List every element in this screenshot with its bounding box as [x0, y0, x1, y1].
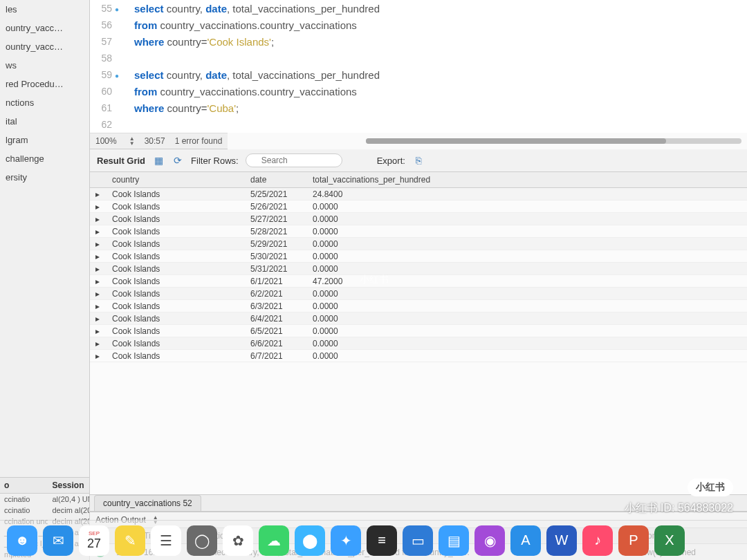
sidebar-item[interactable]: nctions — [0, 93, 89, 112]
watermark-id: 小红书 ID: 564883022 — [625, 501, 733, 516]
watermark-badge: 小红书 — [688, 478, 733, 496]
editor-horizontal-scrollbar[interactable] — [366, 138, 741, 144]
schema-header: o Session — [0, 477, 89, 494]
refresh-icon[interactable]: ⟳ — [172, 154, 184, 167]
watermark-center: 小红书 — [360, 274, 389, 286]
export-label: Export: — [377, 156, 405, 166]
sidebar-item[interactable]: ountry_vacc… — [0, 19, 89, 37]
code-line[interactable]: 59●select country, date, total_vaccinati… — [90, 66, 747, 83]
error-count: 1 error found — [175, 136, 223, 146]
code-line[interactable]: 61where country='Cuba'; — [90, 100, 747, 116]
sidebar: lesountry_vacc…ountry_vacc…wsred Procedu… — [0, 0, 90, 560]
dock-safari-icon[interactable]: ✦ — [331, 525, 361, 556]
sql-editor[interactable]: 55●select country, date, total_vaccinati… — [90, 0, 747, 133]
col-header-total-vaccinations[interactable]: total_vaccinations_per_hundred — [307, 172, 459, 187]
dock-word-icon[interactable]: W — [546, 525, 577, 556]
code-line[interactable]: 58 — [90, 50, 747, 66]
schema-header-col2: Session — [48, 478, 89, 493]
dock-calendar-icon[interactable]: SEP27 — [79, 525, 109, 556]
code-line[interactable]: 60from country_vaccinations.country_vacc… — [90, 83, 747, 100]
result-tab[interactable]: country_vaccinations 52 — [94, 495, 201, 511]
result-toolbar: Result Grid ▦ ⟳ Filter Rows: 🔍 Export: ⎘ — [90, 149, 747, 172]
schema-row: ccinatiodecim al(20,4 ) UN — [0, 505, 89, 516]
sidebar-item[interactable]: les — [0, 0, 89, 19]
col-header-country[interactable]: country — [107, 172, 245, 187]
editor-status-bar: 100% ▲▼ 30:57 1 error found — [90, 133, 228, 149]
dock-mail-icon[interactable]: ✉ — [43, 525, 73, 556]
zoom-level: 100% — [95, 136, 117, 146]
dock-app3-icon[interactable]: ▤ — [439, 525, 469, 556]
result-grid[interactable]: country date total_vaccinations_per_hund… — [90, 172, 747, 494]
dock-keynote-icon[interactable]: ▭ — [403, 525, 433, 556]
dock-podcasts-icon[interactable]: ◉ — [474, 525, 505, 556]
sidebar-item[interactable]: ersity — [0, 168, 89, 187]
sidebar-item[interactable]: ital — [0, 112, 89, 131]
sidebar-item[interactable]: lgram — [0, 131, 89, 149]
export-icon[interactable]: ⎘ — [412, 154, 425, 167]
dock-reminders-icon[interactable]: ☰ — [151, 525, 181, 556]
schema-row: ccinatioal(20,4 ) UN — [0, 494, 89, 505]
zoom-stepper[interactable]: ▲▼ — [129, 136, 135, 146]
sidebar-item[interactable]: challenge — [0, 149, 89, 168]
grid-view-icon[interactable]: ▦ — [152, 154, 165, 167]
dock-excel-icon[interactable]: X — [654, 525, 685, 556]
dock-photos-icon[interactable]: ✿ — [223, 525, 253, 556]
code-line[interactable]: 62 — [90, 116, 747, 133]
code-line[interactable]: 57where country='Cook Islands'; — [90, 33, 747, 50]
dock-appstore-icon[interactable]: A — [510, 525, 541, 556]
code-line[interactable]: 56from country_vaccinations.country_vacc… — [90, 17, 747, 33]
result-grid-label: Result Grid — [97, 156, 145, 166]
dock-app2-icon[interactable]: ⬤ — [295, 525, 325, 556]
sidebar-item[interactable]: red Procedu… — [0, 75, 89, 93]
dock-notes-icon[interactable]: ✎ — [115, 525, 145, 556]
dock-stocks-icon[interactable]: ≡ — [367, 525, 397, 556]
dock-music-icon[interactable]: ♪ — [582, 525, 613, 556]
col-header-date[interactable]: date — [245, 172, 307, 187]
dock-app1-icon[interactable]: ◯ — [187, 525, 217, 556]
sidebar-item[interactable]: ws — [0, 56, 89, 75]
code-line[interactable]: 55●select country, date, total_vaccinati… — [90, 0, 747, 17]
dock-messages-icon[interactable]: ☁ — [259, 525, 289, 556]
dock-finder-icon[interactable]: ☻ — [7, 525, 37, 556]
schema-header-col1: o — [0, 478, 48, 493]
macos-dock: ☻✉SEP27✎☰◯✿☁⬤✦≡▭▤◉AW♪PX — [0, 520, 747, 560]
table-row[interactable]: ▸Cook Islands6/7/20210.0000 — [90, 350, 747, 362]
dock-powerpoint-icon[interactable]: P — [618, 525, 649, 556]
cursor-position: 30:57 — [145, 136, 165, 146]
filter-rows-input[interactable] — [246, 153, 342, 167]
sidebar-item[interactable]: ountry_vacc… — [0, 37, 89, 56]
filter-rows-label: Filter Rows: — [191, 156, 239, 166]
